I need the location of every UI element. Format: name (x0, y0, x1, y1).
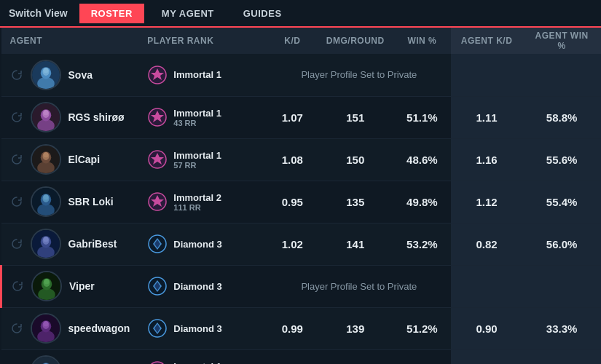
tab-my-agent[interactable]: My Agent (150, 4, 226, 23)
tab-roster[interactable]: Roster (79, 4, 144, 23)
rank-icon (147, 65, 168, 85)
col-agent-kd: Agent K/D (451, 28, 522, 54)
dmg-cell: 137 (318, 349, 393, 364)
agent-cell: Omirity (1, 349, 139, 364)
dmg-cell: 139 (318, 307, 393, 349)
roster-table: Agent Player Rank K/D Dmg/Round Win % Ag… (0, 28, 601, 364)
rank-icon (147, 191, 168, 212)
rank-name: Immortal 2 (173, 192, 221, 203)
agent-avatar (31, 355, 61, 364)
agent-kd-cell: 1.11 (451, 96, 522, 138)
rank-icon (147, 276, 168, 296)
agent-kd-cell (451, 54, 522, 96)
agent-name: Viper (69, 280, 95, 292)
kd-cell: 1.08 (267, 138, 318, 181)
agent-avatar (31, 229, 61, 259)
rank-cell: Immortal 1 (138, 54, 267, 96)
agent-kd-cell: 1.12 (451, 181, 522, 223)
agent-avatar (31, 60, 61, 90)
private-profile-cell: Player Profile Set to Private (267, 265, 451, 307)
agent-avatar (31, 144, 61, 175)
table-row: Omirity Immortal 1 22 RR 1.0113750.8%1.0… (1, 349, 602, 364)
table-row: Sova Immortal 1 Player Profile Set to Pr… (1, 54, 602, 96)
rank-icon (147, 360, 168, 364)
agent-cell: speedwagon (1, 307, 139, 349)
rank-icon (147, 149, 168, 170)
rank-cell: Immortal 1 22 RR (138, 349, 267, 364)
agent-win-cell: 33.3% (522, 307, 601, 349)
agent-cell: RGS shirøø (1, 96, 139, 138)
agent-avatar (31, 313, 61, 344)
agent-cell: GabriBest (1, 223, 139, 265)
dmg-cell: 150 (318, 138, 393, 181)
col-agent-win: Agent Win % (522, 28, 601, 54)
svg-point-25 (43, 194, 48, 199)
svg-point-4 (43, 68, 48, 73)
col-kd: K/D (267, 28, 318, 54)
rank-name: Diamond 3 (173, 281, 221, 292)
agent-avatar (31, 186, 61, 217)
top-nav: Switch View Roster My Agent Guides (0, 0, 601, 28)
rank-cell: Immortal 1 43 RR (138, 96, 267, 138)
rank-icon (147, 107, 168, 127)
agent-cell: Sova (1, 54, 139, 96)
col-player-rank: Player Rank (138, 28, 267, 54)
rank-icon (147, 234, 168, 254)
svg-point-32 (43, 237, 48, 242)
private-text: Player Profile Set to Private (301, 281, 417, 292)
rank-name: Immortal 1 (173, 361, 221, 365)
win-cell: 48.6% (393, 138, 451, 181)
table-row: RGS shirøø Immortal 1 43 RR 1.0715151.1%… (1, 96, 602, 138)
rank-name: Diamond 3 (173, 239, 221, 250)
dmg-cell: 135 (318, 181, 393, 223)
agent-kd-cell: 1.04 (451, 349, 522, 364)
svg-point-48 (43, 321, 48, 326)
agent-win-cell: 45.2% (522, 349, 601, 364)
switch-view-label: Switch View (9, 7, 68, 19)
svg-point-11 (43, 110, 48, 115)
table-row: ElCapi Immortal 1 57 RR 1.0815048.6%1.16… (1, 138, 602, 181)
table-header-row: Agent Player Rank K/D Dmg/Round Win % Ag… (1, 28, 602, 54)
win-cell: 51.1% (393, 96, 451, 138)
rank-rr: 57 RR (173, 161, 221, 170)
rank-cell: Diamond 3 (138, 223, 267, 265)
agent-cell: Viper (1, 265, 139, 307)
dmg-cell: 151 (318, 96, 393, 138)
rank-icon (147, 318, 168, 339)
agent-kd-cell: 0.82 (451, 223, 522, 265)
win-cell: 51.2% (393, 307, 451, 349)
col-agent: Agent (1, 28, 139, 54)
agent-win-cell: 55.6% (522, 138, 601, 181)
agent-kd-cell: 1.16 (451, 138, 522, 181)
kd-cell: 1.07 (267, 96, 318, 138)
agent-win-cell (522, 265, 601, 307)
rank-name: Diamond 3 (173, 323, 221, 334)
agent-win-cell: 56.0% (522, 223, 601, 265)
private-text: Player Profile Set to Private (301, 69, 417, 80)
kd-cell: 1.01 (267, 349, 318, 364)
agent-avatar (31, 102, 61, 132)
col-win: Win % (393, 28, 451, 54)
table-row: SBR Loki Immortal 2 111 RR 0.9513549.8%1… (1, 181, 602, 223)
svg-point-40 (44, 279, 49, 284)
agent-name: ElCapi (68, 154, 101, 165)
rank-rr: 43 RR (173, 119, 221, 127)
win-cell: 50.8% (393, 349, 451, 364)
agent-name: RGS shirøø (68, 111, 125, 123)
win-cell: 49.8% (393, 181, 451, 223)
agent-kd-cell: 0.90 (451, 307, 522, 349)
win-cell: 53.2% (393, 223, 451, 265)
agent-cell: ElCapi (1, 138, 139, 181)
agent-cell: SBR Loki (1, 181, 139, 223)
dmg-cell: 141 (318, 223, 393, 265)
rank-rr: 111 RR (173, 203, 221, 212)
rank-cell: Immortal 2 111 RR (138, 181, 267, 223)
svg-point-18 (43, 152, 48, 157)
tab-guides[interactable]: Guides (232, 4, 294, 23)
agent-win-cell: 55.4% (522, 181, 601, 223)
col-dmg: Dmg/Round (318, 28, 393, 54)
agent-name: Sova (68, 69, 93, 81)
rank-cell: Diamond 3 (138, 307, 267, 349)
kd-cell: 0.95 (267, 181, 318, 223)
rank-name: Immortal 1 (173, 108, 221, 119)
